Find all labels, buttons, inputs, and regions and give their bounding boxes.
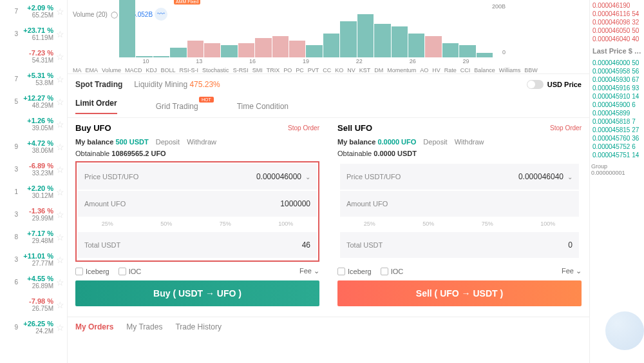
bid-row[interactable]: 0.000045815 27 [591, 126, 643, 134]
indicator-trix[interactable]: TRIX [267, 67, 280, 74]
indicator-rsi-s-i[interactable]: RSI-S-I [180, 67, 199, 74]
tab-my-trades[interactable]: My Trades [126, 322, 162, 331]
ticker-row[interactable]: 6+4.55 %26.89M☆ [0, 271, 67, 293]
tab-liquidity-mining[interactable]: Liquidity Mining 475.23% [134, 80, 220, 89]
sell-withdraw-link[interactable]: Withdraw [455, 138, 484, 146]
star-icon[interactable]: ☆ [56, 232, 64, 242]
sell-fee-dropdown[interactable]: Fee ⌄ [562, 267, 582, 275]
indicator-pc[interactable]: PC [296, 67, 304, 74]
ticker-row[interactable]: 3+11.01 %27.77M☆ [0, 248, 67, 271]
sell-amount-row[interactable]: Amount UFO [340, 191, 579, 217]
star-icon[interactable]: ☆ [56, 97, 64, 107]
indicator-hv[interactable]: HV [432, 67, 440, 74]
tab-spot-trading[interactable]: Spot Trading [75, 80, 122, 89]
ticker-row[interactable]: 9+4.72 %38.06M☆ [0, 135, 67, 158]
sell-button[interactable]: Sell ( UFO → USDT ) [337, 280, 582, 306]
star-icon[interactable]: ☆ [56, 74, 64, 84]
sell-total-input[interactable] [495, 240, 573, 250]
chevron-down-icon[interactable]: ⌄ [567, 173, 573, 181]
bid-row[interactable]: 0.000045760 36 [591, 134, 643, 142]
buy-total-row[interactable]: Total USDT [78, 232, 317, 258]
star-icon[interactable]: ☆ [56, 255, 64, 265]
indicator-ko[interactable]: KO [335, 67, 343, 74]
toggle-icon[interactable] [527, 80, 544, 89]
ticker-row[interactable]: -7.23 %54.31M☆ [0, 45, 67, 68]
bid-row[interactable]: 0.000045958 56 [591, 67, 643, 75]
usd-price-toggle[interactable]: USD Price [527, 80, 582, 89]
indicator-stochastic[interactable]: Stochastic [202, 67, 229, 74]
ask-row[interactable]: 0.000046040 40 [591, 35, 643, 43]
ask-row[interactable]: 0.000046190 [591, 1, 643, 10]
star-icon[interactable]: ☆ [56, 29, 64, 39]
bid-row[interactable]: 0.000045818 7 [591, 117, 643, 126]
buy-amount-row[interactable]: Amount UFO [78, 191, 317, 217]
ask-row[interactable]: 0.000046098 32 [591, 18, 643, 26]
buy-iceberg-checkbox[interactable]: Iceberg [75, 268, 109, 275]
indicator-williams[interactable]: Williams [499, 67, 521, 74]
star-icon[interactable]: ☆ [56, 210, 64, 220]
buy-withdraw-link[interactable]: Withdraw [187, 138, 216, 146]
indicator-row[interactable]: MAEMAVolumeMACDKDJBOLLRSI-S-IStochasticS… [73, 67, 584, 74]
indicator-pvt[interactable]: PVT [308, 67, 319, 74]
indicator-cc[interactable]: CC [323, 67, 331, 74]
tab-trade-history[interactable]: Trade History [175, 322, 222, 331]
buy-fee-dropdown[interactable]: Fee ⌄ [299, 267, 319, 275]
group-label[interactable]: Group 0.000000001 [591, 159, 643, 176]
ticker-row[interactable]: 3-1.36 %29.99M☆ [0, 203, 67, 226]
indicator-kst[interactable]: KST [359, 67, 371, 74]
buy-price-row[interactable]: Price USDT/UFO ⌄ [78, 164, 317, 190]
ask-row[interactable]: 0.000046050 50 [591, 26, 643, 35]
ticker-row[interactable]: 8+7.17 %29.48M☆ [0, 226, 67, 248]
buy-percent-slider[interactable]: 25%50%75%100% [78, 218, 317, 232]
indicator-smi[interactable]: SMI [252, 67, 263, 74]
indicator-ao[interactable]: AO [420, 67, 428, 74]
sell-total-row[interactable]: Total USDT [340, 232, 579, 258]
star-icon[interactable]: ☆ [56, 119, 64, 130]
ticker-row[interactable]: 7+2.09 %65.25M☆ [0, 0, 67, 23]
indicator-volume[interactable]: Volume [102, 67, 121, 74]
buy-ioc-checkbox[interactable]: IOC [118, 268, 142, 275]
bid-row[interactable]: 0.000045752 6 [591, 142, 643, 151]
buy-price-input[interactable] [224, 172, 301, 181]
ticker-row[interactable]: 7+5.31 %53.8M☆ [0, 68, 67, 90]
volume-chart[interactable]: Volume (20) ◯ ✕ 65.052B 〰 200B 0 1013161… [68, 0, 589, 74]
buy-stop-order-link[interactable]: Stop Order [288, 124, 319, 132]
ticker-row[interactable]: 5+12.27 %48.29M☆ [0, 90, 67, 113]
ticker-row[interactable]: -7.98 %26.75M☆ [0, 293, 67, 316]
star-icon[interactable]: ☆ [56, 322, 64, 333]
indicator-kdj[interactable]: KDJ [146, 67, 157, 74]
globe-icon[interactable] [605, 311, 644, 350]
indicator-momentum[interactable]: Momentum [387, 67, 416, 74]
ticker-row[interactable]: 3+23.71 %61.19M☆ [0, 23, 67, 45]
chevron-down-icon[interactable]: ⌄ [305, 173, 310, 181]
tab-limit-order[interactable]: Limit Order [75, 99, 117, 114]
tab-time-condition[interactable]: Time Condition [237, 102, 289, 111]
indicator-macd[interactable]: MACD [125, 67, 142, 74]
ticker-row[interactable]: 9+26.25 %24.2M☆ [0, 316, 67, 338]
buy-amount-input[interactable] [233, 199, 310, 208]
buy-deposit-link[interactable]: Deposit [156, 138, 180, 146]
ticker-row[interactable]: +1.26 %39.05M☆ [0, 113, 67, 135]
bid-row[interactable]: 0.000045899 [591, 109, 643, 117]
indicator-cci[interactable]: CCI [460, 67, 471, 74]
bid-row[interactable]: 0.000045916 93 [591, 84, 643, 92]
indicator-balance[interactable]: Balance [474, 67, 495, 74]
tab-grid-trading[interactable]: Grid Trading HOT [156, 102, 198, 111]
bid-row[interactable]: 0.000045910 14 [591, 92, 643, 101]
indicator-s-rsi[interactable]: S-RSI [233, 67, 249, 74]
indicator-nv[interactable]: NV [347, 67, 355, 74]
indicator-bbw[interactable]: BBW [524, 67, 538, 74]
star-icon[interactable]: ☆ [56, 142, 64, 152]
sell-ioc-checkbox[interactable]: IOC [381, 268, 404, 275]
sell-amount-input[interactable] [495, 199, 573, 208]
indicator-ema[interactable]: EMA [86, 67, 99, 74]
indicator-ma[interactable]: MA [73, 67, 82, 74]
buy-total-input[interactable] [233, 240, 310, 250]
indicator-dm[interactable]: DM [374, 67, 383, 74]
indicator-rate[interactable]: Rate [444, 67, 457, 74]
star-icon[interactable]: ☆ [56, 187, 64, 197]
bid-row[interactable]: 0.000045930 67 [591, 75, 643, 84]
sell-price-input[interactable] [486, 172, 564, 181]
sell-percent-slider[interactable]: 25%50%75%100% [340, 218, 579, 232]
ask-row[interactable]: 0.000046116 54 [591, 10, 643, 18]
